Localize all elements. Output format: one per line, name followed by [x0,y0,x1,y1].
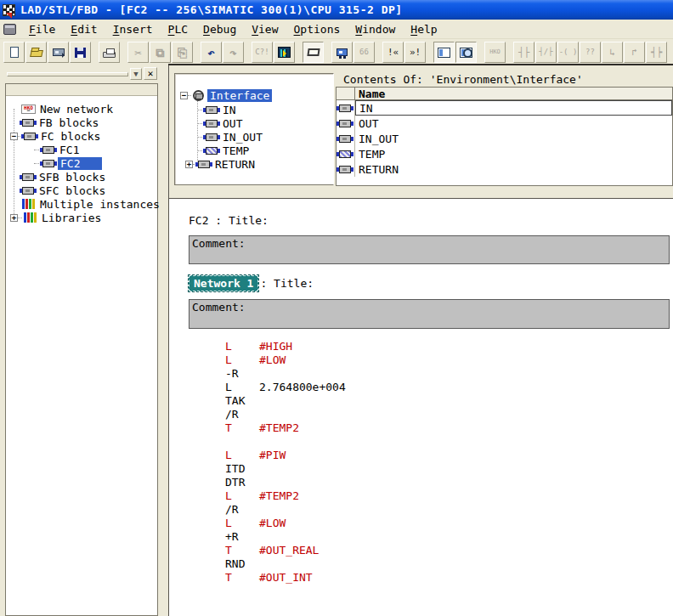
declaration-inout-icon [339,135,351,143]
open-branch-button[interactable]: ↳ [602,42,623,63]
sidebar-item-fc2[interactable]: FC2 [34,156,102,170]
network-comment-box[interactable]: Comment: [189,299,670,329]
stl-line[interactable]: -R [225,367,346,381]
empty-box-button[interactable]: ?? [580,42,601,63]
stl-line[interactable]: L#TEMP2 [225,489,346,503]
declaration-return-icon [339,166,351,173]
symbol-representation-icon [336,48,348,56]
menu-plc[interactable]: PLC [161,21,195,37]
sidebar-item-fb-blocks[interactable]: FB blocks [20,116,100,129]
menu-help[interactable]: Help [403,21,444,37]
interface-item-temp[interactable]: TEMP [197,144,251,157]
sidebar-item-libraries[interactable]: Libraries [10,211,103,224]
stl-line[interactable]: /R [225,503,346,517]
paste-button[interactable]: ⎘ [172,42,193,63]
new-network-button[interactable]: HKO [484,42,506,63]
menu-options[interactable]: Options [286,21,348,37]
goto-location-icon: C?! [255,48,269,56]
sidebar-item-fc1[interactable]: FC1 [34,143,81,156]
monitor-button[interactable]: 66 [353,42,375,63]
new-file-button[interactable] [3,42,25,63]
close-branch-button[interactable]: ↱ [624,42,645,63]
menu-insert[interactable]: Insert [105,21,161,37]
stl-line[interactable]: L#HIGH [225,340,346,353]
contents-row-in-out[interactable]: IN_OUT [336,131,672,146]
interface-root[interactable]: Interface [180,88,272,102]
block-comment-box[interactable]: Comment: [189,235,670,264]
sidebar-item-sfc-blocks[interactable]: SFC blocks [20,184,107,197]
stl-line[interactable]: L#LOW [225,517,346,530]
sidebar-item-sfb-blocks[interactable]: SFB blocks [20,170,107,184]
contents-row-out[interactable]: OUT [336,116,672,131]
sidebar-item-fc-blocks[interactable]: FC blocks [10,129,102,143]
next-error-button[interactable]: »! [404,42,426,63]
interface-item-out[interactable]: OUT [197,116,244,130]
sidebar-close-button[interactable]: ✕ [144,67,157,80]
download-station-button[interactable] [48,42,69,63]
interface-item-in-out[interactable]: IN_OUT [197,130,264,144]
stl-line[interactable]: DTR [225,476,346,489]
stl-line[interactable]: T#OUT_INT [225,571,346,585]
print-button[interactable] [99,42,120,63]
network-title-line: Network 1 : Title: [189,275,314,291]
comment-toggle-button[interactable] [303,42,324,63]
coil-button[interactable]: -( ) [557,42,579,63]
sidebar-item-new-network[interactable]: New network [20,102,115,116]
document-system-icon[interactable] [3,24,16,35]
save-button[interactable] [70,42,91,63]
overview-window-button[interactable] [433,42,455,63]
interface-item-in[interactable]: IN [197,103,238,116]
block-call-button[interactable] [274,42,295,63]
previous-error-button[interactable]: !« [382,42,404,63]
contents-header-row: Name [336,88,672,100]
menu-edit[interactable]: Edit [63,21,105,37]
cut-button[interactable]: ✂ [127,42,149,63]
menu-window[interactable]: Window [348,21,403,37]
undo-button[interactable]: ↶ [201,42,222,63]
declaration-return-icon [198,161,210,168]
name-column-header[interactable]: Name [355,88,385,99]
stl-line[interactable]: L2.764800e+004 [225,381,346,394]
expand-box-icon[interactable] [185,161,193,168]
expand-box-icon[interactable] [10,214,18,222]
collapse-box-icon[interactable] [10,133,18,140]
network-label[interactable]: Network 1 [189,275,258,291]
detail-window-icon [460,48,472,58]
stl-line[interactable]: T#OUT_REAL [225,544,346,557]
stl-code-block[interactable]: L#HIGH L#LOW -R L2.764800e+004 TAK /R T#… [225,340,346,585]
stl-line[interactable]: T#TEMP2 [225,421,346,435]
stl-line[interactable]: L#PIW [225,449,346,462]
sidebar-dropdown-button[interactable]: ▼ [130,68,142,80]
copy-button[interactable]: ⧉ [150,42,171,63]
stl-line[interactable]: L#LOW [225,353,346,367]
contents-title: Contents Of: 'Environment\Interface' [343,73,583,86]
menu-debug[interactable]: Debug [195,21,244,37]
app-icon[interactable] [3,4,15,16]
collapse-box-icon[interactable] [180,92,188,99]
stl-line[interactable]: TAK [225,394,346,408]
contents-row-in[interactable]: IN [336,100,672,116]
stl-line[interactable]: +R [225,530,346,544]
contents-pane: Name IN OUT IN_OUT TEMP RETURN [336,87,673,186]
redo-button[interactable]: ↷ [223,42,244,63]
stl-line[interactable]: ITD [225,462,346,476]
menu-view[interactable]: View [244,21,286,37]
menu-file[interactable]: File [21,21,63,37]
contents-row-return[interactable]: RETURN [336,161,672,177]
contact-no-button[interactable]: ┤├ [513,42,534,63]
stl-line[interactable]: RND [225,557,346,571]
detail-window-button[interactable] [455,42,477,63]
interface-item-return[interactable]: RETURN [185,157,257,171]
window-title: LAD/STL/FBD - [FC2 -- 256\SIMATIC 300(1)… [20,3,403,16]
stl-line[interactable]: /R [225,408,346,421]
contents-row-temp[interactable]: TEMP [336,146,672,161]
contact-nc-button[interactable]: ┤/├ [535,42,557,63]
new-file-icon [10,47,19,58]
sidebar-item-multiple-instances[interactable]: Multiple instances [20,197,161,211]
io-box-button[interactable]: ┥┝ [646,42,667,63]
open-file-button[interactable] [25,42,47,63]
goto-location-button[interactable]: C?! [252,42,273,63]
normally-open-contact-icon: ┤├ [518,48,529,57]
sidebar-drag-handle[interactable] [7,72,128,76]
symbol-representation-button[interactable] [331,42,353,63]
